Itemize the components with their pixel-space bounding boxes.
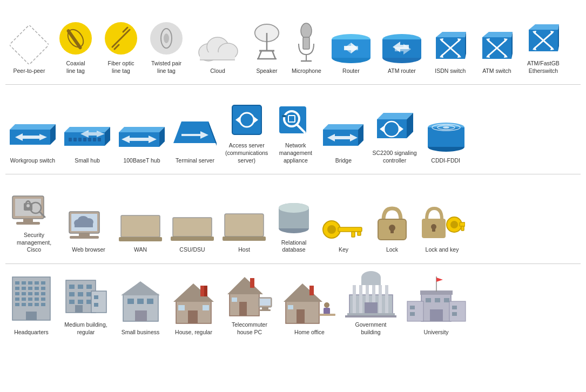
row-3: Security management,Cisco bbox=[5, 180, 581, 254]
item-cddi-fddi: CDDI-FDDI bbox=[421, 105, 470, 165]
label-csu-dsu: CSU/DSU bbox=[179, 246, 205, 254]
icon-twisted-tag bbox=[148, 8, 185, 57]
item-key: Key bbox=[318, 194, 369, 254]
label-relational-db: Relationaldatabase bbox=[281, 239, 307, 254]
label-wan: WAN bbox=[134, 246, 147, 254]
svg-rect-161 bbox=[28, 287, 32, 290]
svg-rect-150 bbox=[460, 222, 465, 226]
svg-rect-158 bbox=[41, 281, 45, 285]
label-speaker: Speaker bbox=[256, 67, 277, 75]
icon-isdn-switch bbox=[432, 16, 469, 64]
label-cloud: Cloud bbox=[210, 67, 225, 75]
item-lock: Lock bbox=[369, 194, 415, 254]
label-lock: Lock bbox=[386, 246, 398, 254]
svg-point-227 bbox=[324, 302, 329, 308]
item-lock-and-key: Lock and key bbox=[415, 194, 469, 254]
svg-marker-83 bbox=[173, 121, 217, 143]
svg-rect-178 bbox=[41, 303, 45, 306]
icon-workgroup-switch bbox=[10, 105, 56, 154]
icon-home-office bbox=[282, 277, 336, 326]
item-home-office: Home office bbox=[278, 277, 341, 336]
label-house-regular: House, regular bbox=[175, 329, 212, 336]
item-100base-hub: 100BaseT hub bbox=[114, 105, 169, 165]
svg-rect-168 bbox=[41, 292, 45, 295]
svg-rect-201 bbox=[135, 310, 147, 321]
svg-rect-72 bbox=[73, 138, 77, 141]
svg-rect-154 bbox=[15, 281, 19, 285]
svg-rect-245 bbox=[407, 301, 423, 321]
divider-2 bbox=[5, 174, 581, 174]
label-workgroup-switch: Workgroup switch bbox=[10, 157, 55, 165]
svg-marker-259 bbox=[436, 278, 443, 282]
svg-rect-189 bbox=[78, 300, 83, 304]
icon-key bbox=[322, 194, 365, 243]
svg-rect-159 bbox=[15, 287, 19, 290]
svg-rect-239 bbox=[385, 285, 388, 314]
icon-relational-db bbox=[274, 187, 313, 236]
svg-rect-127 bbox=[119, 237, 162, 241]
label-access-server: Access server(communicationsserver) bbox=[225, 142, 268, 164]
svg-rect-207 bbox=[204, 286, 207, 296]
svg-point-23 bbox=[301, 23, 312, 38]
svg-rect-186 bbox=[78, 292, 83, 296]
label-atm-switch: ATM switch bbox=[482, 67, 511, 75]
svg-rect-171 bbox=[28, 298, 32, 301]
icon-cddi-fddi bbox=[426, 105, 466, 154]
label-terminal-server: Terminal server bbox=[176, 157, 214, 165]
svg-rect-76 bbox=[93, 138, 96, 141]
icon-speaker bbox=[251, 16, 283, 64]
label-cddi-fddi: CDDI-FDDI bbox=[431, 157, 460, 165]
svg-marker-47 bbox=[482, 32, 513, 37]
svg-rect-156 bbox=[28, 281, 32, 285]
svg-rect-130 bbox=[225, 214, 264, 236]
svg-rect-172 bbox=[35, 298, 39, 301]
svg-rect-155 bbox=[22, 281, 26, 285]
item-router: Router bbox=[326, 16, 376, 75]
icon-bridge bbox=[323, 105, 363, 154]
label-fiber-tag: Fiber opticline tag bbox=[107, 60, 134, 75]
svg-line-21 bbox=[272, 51, 275, 59]
item-network-mgmt: Networkmanagementappliance bbox=[272, 90, 319, 164]
item-coaxial-tag: Coaxialline tag bbox=[53, 8, 98, 75]
svg-rect-198 bbox=[127, 299, 134, 304]
item-small-hub: Small hub bbox=[60, 105, 114, 165]
item-wan: WAN bbox=[114, 194, 166, 254]
label-web-browser: Web browser bbox=[72, 246, 105, 254]
svg-rect-254 bbox=[410, 306, 415, 309]
icon-sc2200 bbox=[374, 98, 415, 146]
item-access-server: Access server(communicationsserver) bbox=[221, 90, 272, 164]
svg-rect-235 bbox=[359, 285, 362, 314]
svg-rect-179 bbox=[26, 312, 37, 320]
icon-web-browser bbox=[67, 194, 110, 243]
icon-100base-hub bbox=[119, 105, 165, 154]
label-lock-and-key: Lock and key bbox=[426, 246, 459, 254]
svg-rect-256 bbox=[452, 306, 457, 309]
svg-point-149 bbox=[450, 221, 458, 228]
svg-point-10 bbox=[164, 33, 169, 43]
svg-rect-215 bbox=[239, 302, 247, 316]
label-router: Router bbox=[342, 67, 360, 75]
svg-rect-220 bbox=[260, 309, 271, 311]
icon-university bbox=[405, 277, 467, 326]
item-medium-building: Medium building,regular bbox=[57, 269, 114, 336]
icon-terminal-server bbox=[173, 105, 217, 154]
svg-point-113 bbox=[26, 204, 30, 207]
icon-network-mgmt bbox=[277, 90, 314, 139]
icon-headquarters bbox=[10, 277, 53, 326]
svg-rect-75 bbox=[88, 138, 91, 141]
svg-rect-177 bbox=[35, 303, 39, 306]
svg-rect-225 bbox=[297, 309, 305, 323]
svg-rect-163 bbox=[41, 287, 45, 290]
icon-atm-switch bbox=[478, 16, 516, 64]
item-security-mgmt: Security management,Cisco bbox=[5, 180, 63, 254]
svg-marker-96 bbox=[323, 124, 363, 130]
svg-marker-223 bbox=[284, 283, 322, 302]
svg-rect-77 bbox=[98, 138, 101, 141]
svg-rect-229 bbox=[319, 314, 335, 316]
svg-rect-126 bbox=[121, 215, 160, 237]
svg-rect-200 bbox=[147, 299, 153, 304]
row-4: Headquarters bbox=[5, 269, 581, 336]
svg-rect-71 bbox=[69, 138, 72, 141]
svg-rect-214 bbox=[250, 278, 254, 288]
svg-rect-174 bbox=[15, 303, 19, 306]
